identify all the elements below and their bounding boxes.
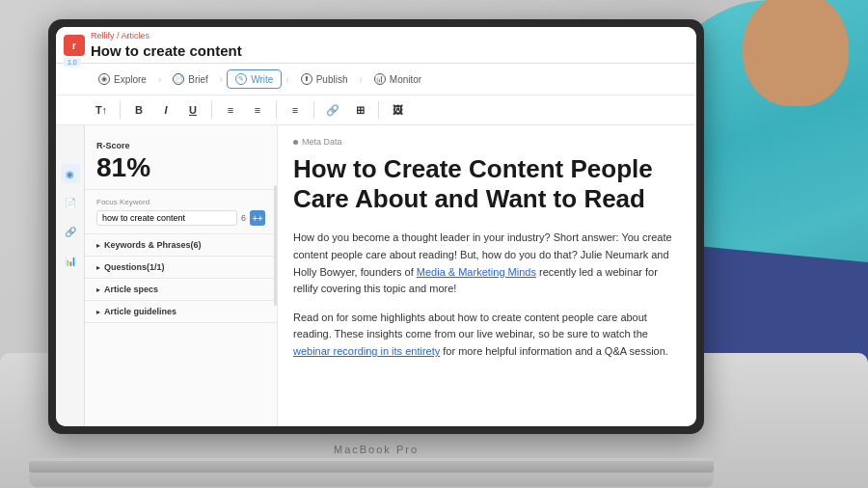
sidebar: R-Score 81% Focus Keyword 6 ++ xyxy=(85,125,278,426)
write-icon: ✎ xyxy=(235,73,247,85)
article-body[interactable]: How do you become a thought leader in yo… xyxy=(293,230,681,360)
format-image-btn[interactable]: 🖼 xyxy=(387,99,408,121)
nav-steps: ◉ Explore › 📄 Brief › ✎ Write xyxy=(56,64,696,95)
format-link-btn[interactable]: 🔗 xyxy=(322,99,343,121)
article-specs-section[interactable]: ▸ Article specs xyxy=(85,279,277,301)
questions-label: Questions(1/1) xyxy=(104,262,165,272)
focus-keyword-section: Focus Keyword 6 ++ xyxy=(85,190,277,234)
meta-data-label: Meta Data xyxy=(293,137,681,147)
step-brief[interactable]: 📄 Brief xyxy=(165,70,216,88)
format-text-btn[interactable]: T↑ xyxy=(91,99,112,121)
laptop-screen-frame: Rellify / Articles How to create content… xyxy=(48,19,704,434)
guidelines-arrow: ▸ xyxy=(96,308,100,316)
sidebar-scrollbar[interactable] xyxy=(274,185,277,306)
article-paragraph-1: How do you become a thought leader in yo… xyxy=(293,230,681,297)
webinar-recording-link[interactable]: webinar recording in its entirety xyxy=(293,345,440,357)
breadcrumb-section: Articles xyxy=(122,31,150,41)
laptop: Rellify / Articles How to create content… xyxy=(29,19,752,463)
article-guidelines-section[interactable]: ▸ Article guidelines xyxy=(85,301,277,323)
step-explore[interactable]: ◉ Explore xyxy=(91,70,154,88)
format-align-btn[interactable]: ≡ xyxy=(285,99,306,121)
toolbar-sep-1 xyxy=(120,101,121,119)
toolbar-sep-2 xyxy=(211,101,212,119)
toolbar-sep-4 xyxy=(313,101,314,119)
explore-icon: ◉ xyxy=(98,73,110,85)
step-publish[interactable]: ⬆ Publish xyxy=(293,70,356,88)
format-bold-btn[interactable]: B xyxy=(128,99,149,121)
page-title: How to create content xyxy=(91,42,687,59)
format-italic-btn[interactable]: I xyxy=(155,99,176,121)
focus-keyword-label: Focus Keyword xyxy=(96,198,265,206)
strip-icon-4[interactable]: 📊 xyxy=(61,251,80,270)
publish-icon: ⬆ xyxy=(301,73,312,85)
monitor-icon: 📊 xyxy=(374,73,386,85)
keywords-arrow: ▸ xyxy=(96,241,100,250)
keyword-input-row: 6 ++ xyxy=(96,210,265,226)
article-title[interactable]: How to Create Content People Care About … xyxy=(293,154,681,214)
step-chevron-4: › xyxy=(359,74,362,85)
keywords-section[interactable]: ▸ Keywords & Phrases(6) xyxy=(85,234,277,257)
brief-icon: 📄 xyxy=(173,73,184,85)
keyword-count: 6 xyxy=(241,213,246,223)
step-chevron-1: › xyxy=(158,74,161,85)
editor-area[interactable]: Meta Data How to Create Content People C… xyxy=(278,125,696,426)
laptop-bezel: Rellify / Articles How to create content… xyxy=(56,27,696,426)
rscore-value: 81% xyxy=(96,154,265,181)
step-monitor[interactable]: 📊 Monitor xyxy=(366,70,429,88)
questions-section[interactable]: ▸ Questions(1/1) xyxy=(85,257,277,279)
questions-arrow: ▸ xyxy=(96,263,100,272)
strip-icon-3[interactable]: 🔗 xyxy=(61,222,80,241)
toolbar-sep-5 xyxy=(378,101,379,119)
step-write[interactable]: ✎ Write xyxy=(227,69,282,89)
breadcrumb: Rellify / Articles xyxy=(91,31,687,41)
rellify-logo: r xyxy=(64,35,85,56)
strip-icon-1[interactable]: ◉ xyxy=(61,164,80,183)
keywords-label: Keywords & Phrases(6) xyxy=(104,240,202,250)
macbook-label: MacBook Pro xyxy=(334,444,419,455)
main-content: ◉ 📄 🔗 📊 R-Score 81% xyxy=(56,125,696,426)
keyword-add-btn[interactable]: ++ xyxy=(250,210,265,226)
icon-strip: ◉ 📄 🔗 📊 xyxy=(56,125,85,426)
strip-icon-2[interactable]: 📄 xyxy=(61,193,80,212)
step-chevron-2: › xyxy=(220,74,223,85)
article-paragraph-2: Read on for some highlights about how to… xyxy=(293,310,681,361)
format-underline-btn[interactable]: U xyxy=(182,99,203,121)
format-toolbar: T↑ B I U ≡ ≡ ≡ 🔗 ⊞ 🖼 xyxy=(56,95,696,125)
focus-keyword-input[interactable] xyxy=(96,210,237,226)
rscore-section: R-Score 81% xyxy=(85,133,277,190)
laptop-screen: Rellify / Articles How to create content… xyxy=(56,27,696,426)
guidelines-label: Article guidelines xyxy=(104,307,176,316)
app-ui: Rellify / Articles How to create content… xyxy=(56,27,696,426)
rscore-label: R-Score xyxy=(96,141,265,150)
format-list2-btn[interactable]: ≡ xyxy=(247,99,268,121)
format-table-btn[interactable]: ⊞ xyxy=(349,99,370,121)
specs-label: Article specs xyxy=(104,285,158,294)
step-chevron-3: › xyxy=(285,74,288,85)
meta-dot xyxy=(293,140,298,145)
laptop-hinge xyxy=(29,461,714,473)
media-minds-link[interactable]: Media & Marketing Minds xyxy=(417,266,536,278)
brand-name: Rellify xyxy=(91,31,115,41)
person-head xyxy=(743,0,849,106)
top-bar: Rellify / Articles How to create content xyxy=(56,27,696,64)
toolbar-sep-3 xyxy=(276,101,277,119)
format-list-btn[interactable]: ≡ xyxy=(220,99,241,121)
version-badge: 1.0 xyxy=(64,58,81,67)
specs-arrow: ▸ xyxy=(96,285,100,294)
